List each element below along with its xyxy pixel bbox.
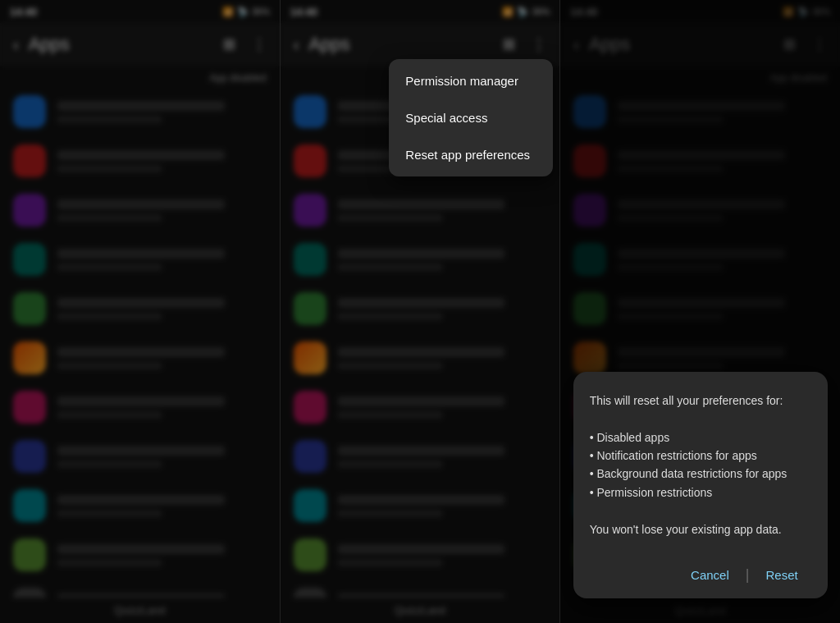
dialog-bullet-1: • Disabled apps <box>590 431 670 444</box>
dialog-buttons: Cancel | Reset <box>590 555 811 598</box>
panel-3: 14:40 📶 📡 36% ‹ Apps ⊞ ⋮ App disabled Th… <box>559 0 840 623</box>
dropdown-menu: Permission manager Special access Reset … <box>389 59 553 176</box>
dropdown-item-permission-manager[interactable]: Permission manager <box>389 62 553 99</box>
reset-button[interactable]: Reset <box>752 558 810 592</box>
cancel-button[interactable]: Cancel <box>678 558 742 592</box>
dialog-overlay: This will reset all your preferences for… <box>560 0 840 623</box>
dropdown-item-special-access[interactable]: Special access <box>389 99 553 136</box>
dialog-bullet-2: • Notification restrictions for apps <box>590 449 757 462</box>
dialog-body: This will reset all your preferences for… <box>590 392 811 538</box>
dialog-bullet-4: • Permission restrictions <box>590 486 713 499</box>
dialog-bullet-3: • Background data restrictions for apps <box>590 467 788 480</box>
dropdown-item-reset-app-preferences[interactable]: Reset app preferences <box>389 136 553 173</box>
panel-1: 14:40 📶 📡 36% ‹ Apps ⊞ ⋮ App disabled Qu… <box>0 0 280 623</box>
dialog-intro-text: This will reset all your preferences for… <box>590 394 783 407</box>
panel-2: 14:40 📶 📡 36% ‹ Apps ⊞ ⋮ App disabled Pe… <box>280 0 560 623</box>
dialog-button-divider: | <box>746 566 750 584</box>
reset-preferences-dialog: This will reset all your preferences for… <box>573 372 828 598</box>
blur-overlay-1 <box>0 0 280 623</box>
dialog-footer-text: You won't lose your existing app data. <box>590 523 782 536</box>
